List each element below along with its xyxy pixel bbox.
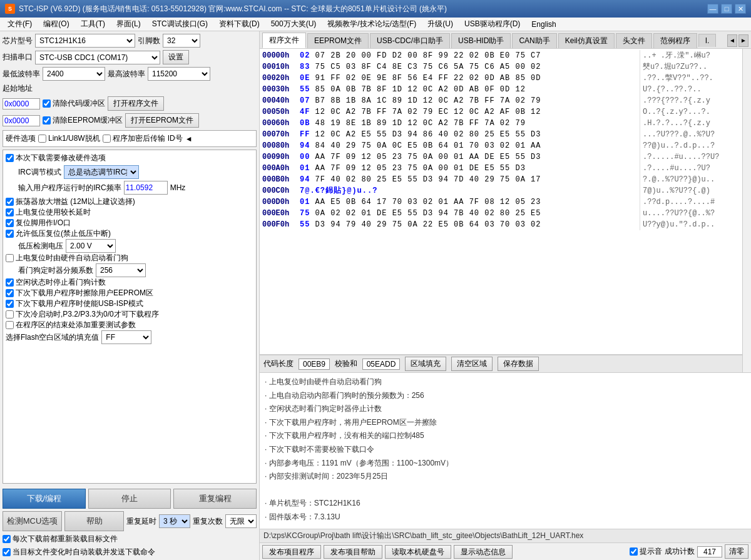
save-data-button[interactable]: 保存数据 bbox=[498, 357, 539, 371]
path-value: D:\zps\KCGroup\Proj\bath lift\设计输出\SRC\b… bbox=[263, 531, 583, 540]
open-prog-button[interactable]: 打开程序文件 bbox=[108, 96, 164, 111]
info-line: · 上电复位时由硬件自动启动看门狗 bbox=[265, 375, 746, 389]
irc-freq-input[interactable] bbox=[124, 181, 168, 195]
tip-sound-checkbox[interactable]: 提示音 bbox=[630, 546, 662, 557]
menu-interface[interactable]: 界面(L) bbox=[111, 18, 146, 31]
cold-boot-checkbox[interactable]: 下次冷启动时,P3.2/P3.3为0/0才可下载程序 bbox=[6, 309, 253, 320]
tab-prev-button[interactable]: ◄ bbox=[727, 34, 737, 47]
left-panel: 芯片型号 STC12H1K16 引脚数 32 扫描串口 STC-USB CDC1… bbox=[0, 31, 260, 560]
clear-count-button[interactable]: 清零 bbox=[725, 544, 748, 559]
settings-button[interactable]: 设置 bbox=[163, 50, 189, 64]
reprogram-button[interactable]: 重复编程 bbox=[173, 489, 257, 509]
chip-label: 芯片型号 bbox=[3, 36, 33, 46]
chip-select[interactable]: STC12H1K16 bbox=[35, 34, 135, 48]
max-baud-select[interactable]: 115200 bbox=[148, 67, 210, 81]
tab-program-file[interactable]: 程序文件 bbox=[262, 33, 306, 48]
tip-label: 提示音 bbox=[640, 546, 662, 557]
test-params-checkbox[interactable]: 在程序区的结束处添加重要测试参数 bbox=[6, 320, 253, 330]
detect-mcu-button[interactable]: 检测MCU选项 bbox=[3, 511, 62, 531]
hex-ascii: .H.?.?...?{.z.y bbox=[640, 118, 740, 129]
reset-io-checkbox[interactable]: 复位脚用作I/O口 bbox=[6, 218, 253, 228]
menu-usb-driver[interactable]: USB驱动程序(D) bbox=[459, 18, 525, 31]
tab-keil[interactable]: Keil仿真设置 bbox=[558, 33, 615, 48]
repeat-row: 重复次数 无限 bbox=[193, 511, 257, 531]
dynamic-info-button[interactable]: 显示动态信息 bbox=[454, 545, 513, 559]
fill-button[interactable]: 区域填充 bbox=[405, 357, 446, 371]
tab-headers[interactable]: 头文件 bbox=[616, 33, 652, 48]
read-hdd-button[interactable]: 读取本机硬盘号 bbox=[385, 545, 451, 559]
hex-address: 000E0h bbox=[262, 208, 300, 219]
voltage-select[interactable]: 2.00 V bbox=[66, 239, 116, 253]
tab-usb-hid[interactable]: USB-HID助手 bbox=[451, 33, 511, 48]
hex-row: 00000h02 07 2B 20 00 FD D2 00 8F 99 22 0… bbox=[262, 50, 740, 61]
publish-button[interactable]: 发布项目程序 bbox=[262, 545, 321, 559]
watchdog-auto-checkbox[interactable]: 上电复位时由硬件自动启动看门狗 bbox=[6, 253, 253, 263]
open-eeprom-button[interactable]: 打开EEPROM文件 bbox=[125, 113, 199, 128]
power-reset-delay-checkbox[interactable]: 上电复位使用较长延时 bbox=[6, 207, 253, 218]
eeprom-erase-checkbox[interactable]: 下次下载用户程序时擦除用户EEPROM区 bbox=[6, 288, 253, 298]
address-input-1[interactable] bbox=[3, 98, 40, 109]
menu-file[interactable]: 文件(F) bbox=[3, 18, 37, 31]
hex-ascii: ??@)u..?.d.p...? bbox=[640, 140, 740, 151]
menu-upgrade[interactable]: 升级(U) bbox=[422, 18, 458, 31]
bottom-buttons: 检测MCU选项 帮助 重复延时 3 秒 重复次数 无限 bbox=[3, 511, 257, 531]
address-input-2[interactable] bbox=[3, 115, 40, 126]
auto-reload-checkbox[interactable]: 当目标文件变化时自动装载并发送下载命令 bbox=[3, 547, 257, 557]
tab-usb-cdc[interactable]: USB-CDC/串口助手 bbox=[370, 33, 450, 48]
tab-eeprom[interactable]: EEPROM文件 bbox=[307, 33, 369, 48]
hex-row: 00010h83 75 C5 03 8F C4 8E C3 75 C6 5A 7… bbox=[262, 61, 740, 73]
clear-code-checkbox[interactable]: 清除代码缓冲区 bbox=[43, 98, 105, 109]
hex-bytes: 01 AA E5 0B 64 17 70 03 02 01 AA 7F 08 1… bbox=[300, 196, 640, 208]
hex-display[interactable]: 00000h02 07 2B 20 00 FD D2 00 8F 99 22 0… bbox=[260, 49, 742, 355]
link1-checkbox[interactable]: Link1/U8W脱机 bbox=[38, 133, 100, 144]
publish-help-button[interactable]: 发布项目帮助 bbox=[324, 545, 382, 559]
tab-next-button[interactable]: ► bbox=[738, 34, 748, 47]
start-addr-label: 起始地址 bbox=[3, 83, 33, 94]
maximize-button[interactable]: □ bbox=[721, 4, 732, 14]
min-baud-select[interactable]: 2400 bbox=[43, 67, 105, 81]
stop-button[interactable]: 停止 bbox=[88, 489, 171, 509]
baud-row: 最低波特率 2400 最高波特率 115200 bbox=[3, 67, 257, 81]
clear-eeprom-checkbox[interactable]: 清除EEPROM缓冲区 bbox=[43, 115, 123, 126]
flash-fill-select[interactable]: FF bbox=[101, 330, 151, 344]
download-button[interactable]: 下载/编程 bbox=[3, 489, 86, 509]
hex-address: 00010h bbox=[262, 61, 300, 73]
info-line: · 上电自动启动内部看门狗时的预分频数为：256 bbox=[265, 389, 746, 403]
menu-download[interactable]: 资料下载(D) bbox=[214, 18, 265, 31]
menu-program[interactable]: 编程(O) bbox=[38, 18, 74, 31]
hex-scrollbar[interactable] bbox=[742, 49, 751, 372]
menu-prize[interactable]: 500万大奖(U) bbox=[266, 18, 322, 31]
minimize-button[interactable]: — bbox=[707, 4, 718, 14]
irc-mode-select[interactable]: 总是动态调节IRC频率 bbox=[64, 165, 139, 179]
menu-stc-debug[interactable]: STC调试接口(G) bbox=[147, 18, 213, 31]
id-arrow[interactable]: ◄ bbox=[185, 135, 193, 143]
menu-video[interactable]: 视频教学/技术论坛/选型(F) bbox=[322, 18, 421, 31]
help-button[interactable]: 帮助 bbox=[64, 511, 124, 531]
tab-can[interactable]: CAN助手 bbox=[512, 33, 556, 48]
low-volt-reset-checkbox[interactable]: 允许低压复位(禁止低压中断) bbox=[6, 228, 253, 239]
menu-tools[interactable]: 工具(T) bbox=[76, 18, 110, 31]
idle-watchdog-checkbox[interactable]: 空闲状态时停止看门狗计数 bbox=[6, 277, 253, 288]
tab-examples[interactable]: 范例程序 bbox=[653, 33, 697, 48]
delay-select[interactable]: 3 秒 bbox=[159, 514, 190, 528]
checksum-value: 05EADD bbox=[362, 359, 400, 370]
encrypt-checkbox[interactable]: 程序加密后传输 bbox=[103, 133, 165, 144]
usb-isp-checkbox[interactable]: 下次下载用户程序时使能USB-ISP模式 bbox=[6, 298, 253, 309]
serial-select[interactable]: STC-USB CDC1 (COM17) bbox=[35, 51, 160, 64]
hex-address: 00080h bbox=[262, 140, 300, 151]
options-scroll: 本次下载需要修改硬件选项 IRC调节模式 总是动态调节IRC频率 输入用户程序运… bbox=[3, 150, 257, 484]
pin-select[interactable]: 32 bbox=[163, 34, 200, 48]
clear-area-button[interactable]: 清空区域 bbox=[451, 357, 493, 371]
repeat-select[interactable]: 无限 bbox=[225, 514, 257, 528]
menu-english[interactable]: English bbox=[526, 19, 561, 30]
hex-bytes: 75 0A 02 02 01 DE E5 55 D3 94 7B 40 02 8… bbox=[300, 208, 640, 219]
modify-hw-checkbox[interactable]: 本次下载需要修改硬件选项 bbox=[6, 153, 253, 163]
hex-ascii: .?....#u....?U? bbox=[640, 163, 740, 174]
osc-gain-checkbox[interactable]: 振荡器放大增益 (12M以上建议选择) bbox=[6, 196, 253, 207]
hex-area: 00000h02 07 2B 20 00 FD D2 00 8F 99 22 0… bbox=[260, 49, 751, 372]
reload-checkbox[interactable]: 每次下载前都重新装载目标文件 bbox=[3, 534, 257, 544]
watchdog-div-select[interactable]: 256 bbox=[96, 263, 146, 277]
close-button[interactable]: ✕ bbox=[735, 4, 746, 14]
hex-bytes: 83 75 C5 03 8F C4 8E C3 75 C6 5A 75 C6 A… bbox=[300, 61, 640, 73]
tab-more[interactable]: I. bbox=[698, 34, 717, 47]
